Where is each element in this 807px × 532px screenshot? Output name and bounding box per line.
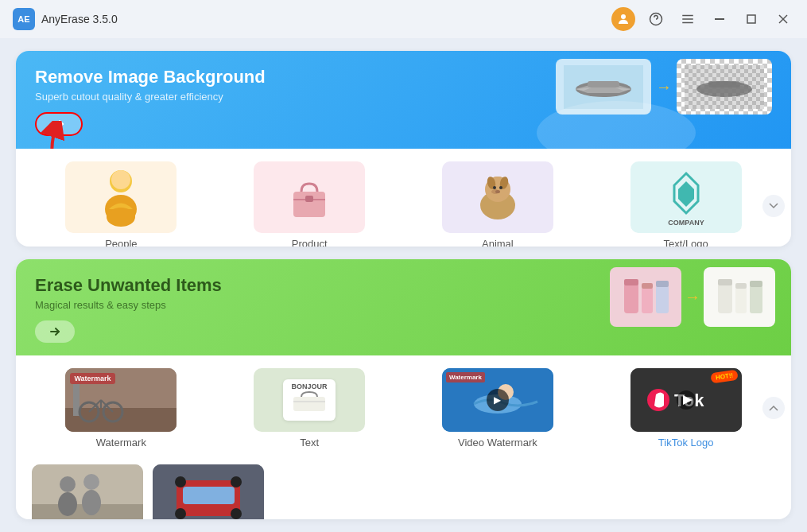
svg-point-36 [493,186,496,189]
svg-text:COMPANY: COMPANY [668,219,704,227]
red-arrow-indicator [29,121,76,149]
remove-bg-card: Remove Image Background Superb cutout qu… [16,51,791,247]
erase-categories: Watermark Watermark [16,355,791,461]
people-label: People [105,238,137,247]
text-thumb: BONJOUR [254,368,365,432]
svg-point-78 [82,490,101,515]
tiktok-thumb: HOT!! Tok [630,368,742,432]
svg-rect-52 [735,283,747,289]
svg-point-83 [231,508,242,519]
svg-rect-43 [624,283,638,313]
erase-banner: Erase Unwanted Items Magical results & e… [16,259,791,355]
plane-before [556,59,651,115]
erase-action-button[interactable] [35,320,75,343]
expand-categories-button[interactable] [762,195,785,217]
remove-bg-banner: Remove Image Background Superb cutout qu… [16,51,791,149]
erase-arrow: → [685,288,700,306]
erase-category-video-watermark[interactable]: Watermark ▶ Video Watermark [409,368,588,449]
svg-rect-51 [735,287,747,313]
svg-rect-44 [624,279,638,285]
svg-rect-13 [588,81,619,87]
svg-point-82 [175,508,186,519]
bottom-people-thumb [32,464,143,519]
category-people[interactable]: People [32,161,211,247]
video-watermark-badge: Watermark [446,372,485,382]
textlogo-label: Text/Logo [663,238,708,247]
remove-bg-categories: People Product [16,149,791,247]
maximize-button[interactable] [740,8,762,30]
product-thumb [254,161,365,233]
svg-rect-46 [642,283,653,289]
svg-rect-81 [183,487,235,504]
svg-rect-27 [293,192,325,217]
svg-rect-45 [642,287,653,313]
close-button[interactable] [772,8,794,30]
svg-rect-29 [305,196,313,202]
svg-point-38 [495,190,500,193]
animal-thumb [442,161,553,233]
menu-icon[interactable] [677,8,699,30]
erase-category-watermark[interactable]: Watermark Watermark [32,368,211,449]
people-thumb [65,161,177,233]
app-icon: AE [13,8,35,30]
svg-rect-47 [656,285,669,313]
erase-card: Erase Unwanted Items Magical results & e… [16,259,791,519]
svg-rect-50 [718,279,732,285]
category-animal[interactable]: Animal [409,161,588,247]
svg-point-77 [83,474,99,490]
watermark-badge: Watermark [70,373,114,384]
erase-before [610,267,681,327]
arrow-symbol: → [656,78,672,96]
svg-point-75 [60,476,76,492]
category-product[interactable]: Product [220,161,399,247]
erase-category-tiktok[interactable]: HOT!! Tok TikTok Logo [596,368,775,449]
main-content: Remove Image Background Superb cutout qu… [0,38,807,532]
svg-point-37 [499,186,502,189]
svg-rect-5 [715,18,724,20]
svg-point-76 [58,492,77,516]
svg-rect-6 [747,15,755,23]
collapse-categories-button[interactable] [762,397,785,419]
svg-point-26 [107,208,135,227]
titlebar-left: AE AnyErase 3.5.0 [13,8,118,30]
tiktok-label-text: TikTok Logo [658,437,714,449]
titlebar-right [611,7,794,31]
erase-bottom-row [16,461,791,519]
svg-rect-54 [750,281,762,287]
text-label-text: Text [300,437,319,449]
watermark-thumb: Watermark [65,368,177,432]
category-textlogo[interactable]: COMPANY Text/Logo [596,161,775,247]
svg-rect-53 [750,285,762,313]
app-title: AnyErase 3.5.0 [41,13,118,25]
textlogo-thumb: COMPANY [630,161,742,233]
video-watermark-thumb: Watermark ▶ [442,368,553,432]
bottom-people-item[interactable] [32,464,143,519]
svg-rect-22 [708,81,740,87]
erase-after [704,267,775,327]
minimize-button[interactable] [708,8,731,30]
video-play-button[interactable]: ▶ [487,389,509,411]
svg-rect-49 [718,283,732,313]
svg-rect-63 [293,397,325,411]
video-watermark-label-text: Video Watermark [458,437,537,449]
svg-rect-48 [656,281,669,287]
product-label: Product [292,238,328,247]
erase-product-area: → [610,267,775,327]
svg-point-0 [621,14,626,19]
svg-point-84 [175,476,186,487]
animal-label: Animal [482,238,514,247]
plane-image-area: → [556,59,772,115]
titlebar: AE AnyErase 3.5.0 [0,0,807,38]
svg-point-25 [111,170,130,189]
bottom-car-thumb [153,464,264,519]
plane-after [677,59,772,115]
bottom-car-item[interactable] [153,464,264,519]
svg-point-85 [231,476,242,487]
help-icon[interactable] [645,8,667,30]
watermark-label-text: Watermark [96,437,146,449]
svg-marker-40 [678,181,694,207]
erase-category-text[interactable]: BONJOUR Text [220,368,399,449]
profile-icon[interactable] [611,7,635,31]
